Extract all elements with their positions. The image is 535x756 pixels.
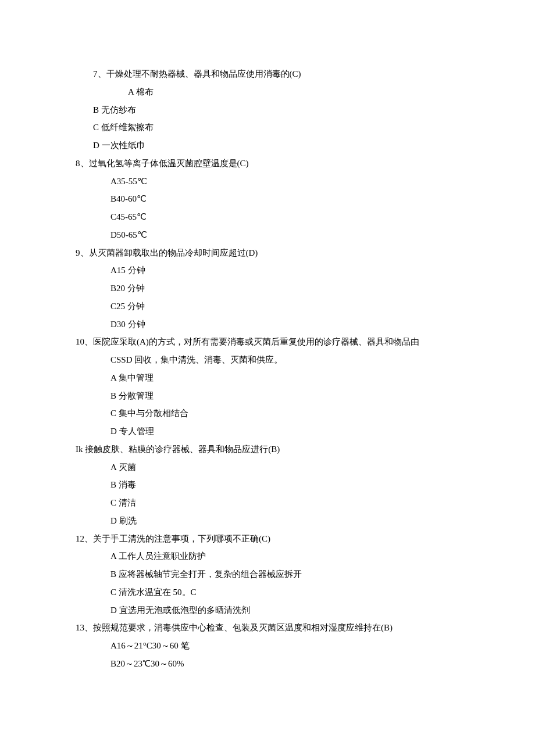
q13-opt-a: A16～21°C30～60 笔 xyxy=(76,637,459,655)
q13-opt-b: B20～23℃30～60% xyxy=(76,655,459,673)
q7-opt-a: A 棉布 xyxy=(76,83,459,101)
q8-opt-b: B40-60℃ xyxy=(76,190,459,208)
q12-opt-c: C 清洗水温宜在 50。C xyxy=(76,583,459,601)
q10-opt-c: C 集中与分散相结合 xyxy=(76,404,459,422)
q9-stem: 9、从灭菌器卸载取出的物品冷却时间应超过(D) xyxy=(76,244,459,262)
q13-stem: 13、按照规范要求，消毒供应中心检查、包装及灭菌区温度和相对湿度应维持在(B) xyxy=(76,619,459,637)
q8-stem: 8、过氧化氢等离子体低温灭菌腔壁温度是(C) xyxy=(76,155,459,173)
q11-opt-d: D 刷洗 xyxy=(76,512,459,530)
q7-stem: 7、干燥处理不耐热器械、器具和物品应使用消毒的(C) xyxy=(76,65,459,83)
q7-opt-d: D 一次性纸巾 xyxy=(76,137,459,155)
q11-opt-a: A 灭菌 xyxy=(76,458,459,476)
q12-stem: 12、关于手工清洗的注意事项，下列哪项不正确(C) xyxy=(76,530,459,548)
q12-opt-b: B 应将器械轴节完全打开，复杂的组合器械应拆开 xyxy=(76,565,459,583)
q11-opt-c: C 清洁 xyxy=(76,494,459,512)
q9-opt-b: B20 分钟 xyxy=(76,280,459,298)
q9-opt-c: C25 分钟 xyxy=(76,298,459,316)
q8-opt-c: C45-65℃ xyxy=(76,208,459,226)
q10-opt-a: A 集中管理 xyxy=(76,369,459,387)
q11-stem: Ik 接触皮肤、粘膜的诊疗器械、器具和物品应进行(B) xyxy=(76,440,459,458)
q12-opt-d: D 宜选用无泡或低泡型的多晒清洗剂 xyxy=(76,601,459,619)
q12-opt-a: A 工作人员注意职业防护 xyxy=(76,547,459,565)
q7-opt-c: C 低纤维絮擦布 xyxy=(76,119,459,137)
q9-opt-a: A15 分钟 xyxy=(76,261,459,280)
document-page: { "lines": [ { "cls": "i1", "name": "q7-… xyxy=(0,0,535,756)
q10-stem-l2: CSSD 回收，集中清洗、消毒、灭菌和供应。 xyxy=(76,351,459,369)
q10-opt-b: B 分散管理 xyxy=(76,387,459,405)
q8-opt-d: D50-65℃ xyxy=(76,226,459,244)
q9-opt-d: D30 分钟 xyxy=(76,316,459,334)
q11-opt-b: B 消毒 xyxy=(76,476,459,494)
q10-opt-d: D 专人管理 xyxy=(76,422,459,440)
q10-stem-l1: 10、医院应采取(A)的方式，对所有需要消毒或灭菌后重复使用的诊疗器械、器具和物… xyxy=(76,333,459,351)
q7-opt-b: B 无仿纱布 xyxy=(76,101,459,119)
q8-opt-a: A35-55℃ xyxy=(76,173,459,191)
